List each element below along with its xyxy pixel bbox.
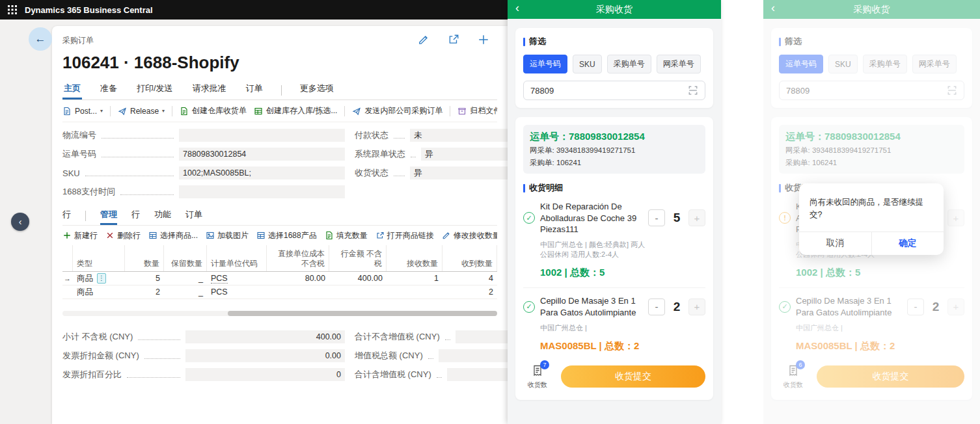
submit-button[interactable]: 收货提交	[561, 365, 705, 388]
tab-order[interactable]: 订单	[245, 83, 264, 99]
archive-document-button[interactable]: 归档文件	[457, 105, 497, 116]
qty-decrease-button[interactable]: -	[907, 298, 924, 315]
add-button[interactable]	[478, 34, 489, 47]
open-product-link-button[interactable]: 打开商品链接	[375, 230, 434, 241]
col-reserved[interactable]: 保留数量	[164, 245, 207, 271]
post-button[interactable]: Post...▾	[62, 107, 103, 116]
create-warehouse-receipt-button[interactable]: 创建仓库收货单	[180, 105, 247, 116]
col-qty-to-receive[interactable]: 接收数量	[387, 245, 442, 271]
active-row-arrow: →	[64, 274, 71, 282]
col-qty-received[interactable]: 收到数量	[442, 245, 497, 271]
row-menu-icon[interactable]: ⋮	[97, 273, 106, 284]
col-line-amount[interactable]: 行金额 不含税	[329, 245, 387, 271]
release-button[interactable]: Release▾	[118, 107, 165, 116]
scan-icon[interactable]	[688, 85, 698, 96]
lines-tab-functions[interactable]: 功能	[154, 209, 171, 225]
total-row: 合计不含增值税 (CNY)	[355, 330, 508, 343]
receipt-count-button[interactable]: 7 收货数	[523, 364, 552, 390]
lines-tab-manage[interactable]: 管理	[100, 209, 117, 225]
tab-request-approval[interactable]: 请求批准	[191, 83, 228, 99]
share-button[interactable]	[448, 34, 459, 47]
filter-chip-sku[interactable]: SKU	[828, 55, 858, 73]
horizontal-scrollbar[interactable]	[62, 311, 497, 316]
search-input[interactable]	[786, 86, 947, 96]
purchase-order-card: 采购订单 106241 · 1688-Shopify 主页 准备 打印/发送 请…	[52, 26, 508, 424]
receipt-count-badge: 7	[540, 360, 549, 369]
modify-receive-qty-button[interactable]: 修改接收数量	[442, 230, 497, 241]
receipt-count-button[interactable]: 6 收货数	[779, 364, 808, 390]
purchase-order-number: 采购单: 106241	[785, 158, 958, 168]
delete-line-button[interactable]: 删除行	[105, 230, 141, 241]
toolbar-separator	[172, 106, 172, 116]
table-row[interactable]: 商品 2 _ PCS 2	[62, 285, 497, 299]
tab-home[interactable]: 主页	[62, 83, 82, 99]
filter-chip-po[interactable]: 采购单号	[863, 55, 907, 73]
field-row: 物流编号	[62, 129, 345, 142]
lines-caption: 行	[62, 209, 71, 225]
new-line-button[interactable]: 新建行	[62, 230, 98, 241]
send-intercompany-po-button[interactable]: 发送内部公司采购订单	[352, 105, 442, 116]
total-row: 发票折扣百分比0	[62, 368, 345, 381]
list-item: ✓ Kit De Reparación De Abolladuras De Co…	[523, 201, 705, 279]
quantity-stepper: - 5 +	[648, 209, 705, 226]
fill-quantity-button[interactable]: 填充数量	[325, 230, 368, 241]
tab-prepare[interactable]: 准备	[99, 83, 118, 99]
filter-chip-sku[interactable]: SKU	[573, 55, 602, 73]
receipt-count-label: 收货数	[523, 380, 552, 390]
tab-more-options[interactable]: 更多选项	[299, 83, 335, 99]
select-1688-product-button[interactable]: 选择1688产品	[256, 230, 317, 241]
back-icon[interactable]: ‹	[771, 2, 775, 14]
col-unit-cost[interactable]: 直接单位成本 不含税	[267, 245, 329, 271]
subtotal-value: 400.00	[185, 330, 345, 343]
chevron-down-icon[interactable]: ▾	[100, 108, 103, 114]
total-row: 发票折扣金额 (CNY)0.00	[62, 349, 345, 362]
scrollbar-thumb[interactable]	[228, 311, 497, 316]
list-item: ✓ Cepillo De Masaje 3 En 1 Para Gatos Au…	[523, 295, 705, 352]
receipt-count-badge: 6	[796, 360, 805, 369]
filter-chip-waybill[interactable]: 运单号码	[523, 55, 567, 73]
select-item-button[interactable]: 选择商品...	[148, 230, 198, 241]
filter-chip-web-po[interactable]: 网采单号	[912, 55, 957, 73]
qty-value: 2	[670, 300, 684, 314]
qty-increase-button[interactable]: +	[947, 298, 964, 315]
section-bar	[779, 184, 781, 192]
qty-increase-button[interactable]: +	[688, 298, 705, 315]
filter-chip-po[interactable]: 采购单号	[607, 55, 651, 73]
app-launcher-icon[interactable]	[8, 5, 17, 14]
load-image-button[interactable]: 加载图片	[206, 230, 249, 241]
col-type[interactable]: 类型	[73, 245, 125, 271]
chevron-down-icon[interactable]: ▾	[162, 108, 165, 114]
web-order-number: 网采单: 3934818399419271751	[785, 146, 958, 155]
edit-button[interactable]	[418, 34, 429, 47]
item-name: Cepillo De Masaje 3 En 1 Para Gatos Auto…	[540, 295, 643, 318]
filter-chip-web-po[interactable]: 网采单号	[657, 55, 701, 73]
business-central-window: Dynamics 365 Business Central ← 采购订单 106…	[0, 0, 508, 424]
filter-chip-waybill[interactable]: 运单号码	[779, 55, 823, 73]
total-excl-vat-value	[456, 330, 508, 343]
col-uom[interactable]: 计量单位代码	[207, 245, 267, 271]
create-inventory-putaway-button[interactable]: 创建库存入库/拣选...	[254, 105, 337, 116]
submit-button[interactable]: 收货提交	[817, 365, 964, 388]
qty-increase-button[interactable]: +	[947, 209, 964, 226]
delete-line-icon	[105, 231, 115, 240]
search-input[interactable]	[530, 86, 688, 96]
dialog-cancel-button[interactable]: 取消	[799, 232, 872, 255]
tab-separator	[281, 85, 282, 96]
col-quantity[interactable]: 数量	[125, 245, 164, 271]
lines-tab-order[interactable]: 订单	[185, 209, 202, 225]
lines-tab-line[interactable]: 行	[131, 209, 140, 225]
back-icon[interactable]: ‹	[515, 2, 519, 14]
pane-collapse-button[interactable]: ‹	[11, 213, 29, 231]
dialog-confirm-button[interactable]: 确定	[872, 232, 944, 255]
page-title: 106241 · 1688-Shopify	[62, 53, 508, 73]
qty-increase-button[interactable]: +	[688, 209, 705, 226]
qty-decrease-button[interactable]: -	[648, 209, 665, 226]
qty-decrease-button[interactable]: -	[648, 298, 665, 315]
table-row[interactable]: → 商品⋮ 5 _ PCS 80.00 400.00 1 4	[62, 272, 497, 285]
item-meta: 中国广州总仓 |	[540, 323, 652, 333]
tab-print-send[interactable]: 打印/发送	[135, 83, 174, 99]
back-button[interactable]: ←	[29, 27, 52, 51]
row-selector-header	[62, 245, 73, 271]
scan-icon[interactable]	[947, 85, 957, 96]
item-meta: 中国广州总仓 |	[796, 323, 908, 333]
